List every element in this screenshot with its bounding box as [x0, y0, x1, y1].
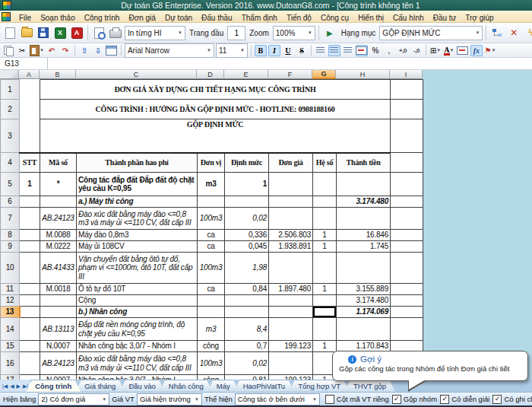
- cell-I6[interactable]: [391, 196, 423, 208]
- merge-center-button[interactable]: [356, 45, 368, 56]
- cell-D7[interactable]: 100m3: [198, 208, 225, 230]
- borders-button[interactable]: ⊞▼: [429, 45, 442, 56]
- cell-H14[interactable]: [337, 318, 391, 341]
- merged-cell[interactable]: CÔNG TRÌNH : HƯỚNG DẪN GỘP ĐỊNH MỨC - HO…: [40, 100, 391, 119]
- cell-E6[interactable]: [225, 196, 269, 208]
- cell-F5[interactable]: [269, 173, 313, 196]
- sheet-tab[interactable]: HaoPhiVatTu: [234, 380, 294, 392]
- column-header-A[interactable]: A: [19, 70, 40, 79]
- cell-I13[interactable]: [391, 307, 423, 318]
- font-name-select[interactable]: Arial Narrow ▼: [125, 43, 214, 58]
- cell-F7[interactable]: [269, 208, 313, 230]
- cell-E17[interactable]: 0,81: [225, 375, 269, 380]
- cell[interactable]: [20, 80, 40, 100]
- cell-C9[interactable]: Máy ủi 108CV: [77, 241, 198, 253]
- cell-E13[interactable]: [225, 307, 269, 318]
- tree-view-button[interactable]: [489, 25, 505, 40]
- option-checkbox[interactable]: ✓Có diễn giải: [440, 395, 489, 404]
- cell-C17[interactable]: Nhân công bậc 3,0/7 - Nhóm I: [77, 375, 198, 380]
- cell-B15[interactable]: N.0007: [40, 341, 77, 352]
- row-header-17[interactable]: 17: [1, 375, 20, 380]
- cell[interactable]: [20, 100, 40, 119]
- row-header-10[interactable]: 10: [1, 253, 20, 284]
- cell-F13[interactable]: [269, 307, 313, 318]
- cell-B4[interactable]: Mã số: [40, 153, 77, 173]
- redo-button[interactable]: ↷: [59, 45, 71, 56]
- quick-calc-button[interactable]: ϟ: [523, 25, 532, 40]
- export-pdf-button[interactable]: A: [69, 25, 84, 40]
- cell-A9[interactable]: [20, 241, 40, 253]
- cell-D4[interactable]: Đơn vị: [198, 153, 225, 173]
- cell-B10[interactable]: AB.41433: [40, 253, 77, 284]
- cell-D10[interactable]: 100m3: [198, 253, 225, 284]
- cell-D17[interactable]: công: [198, 375, 225, 380]
- page-input[interactable]: 1: [227, 26, 245, 40]
- bold-button[interactable]: B: [255, 45, 267, 56]
- cell-I14[interactable]: [391, 318, 423, 341]
- cell-G8[interactable]: 1: [313, 230, 337, 241]
- cell-C12[interactable]: Cộng: [77, 295, 198, 307]
- cell-B9[interactable]: M.0222: [40, 241, 77, 253]
- merged-cell[interactable]: GỘP ĐỊNH MỨC: [40, 119, 391, 153]
- merged-cell[interactable]: ĐƠN GIÁ XÂY DỰNG CHI TIẾT HẠNG MỤC CÔNG …: [40, 80, 391, 100]
- cell-I8[interactable]: [391, 230, 423, 241]
- menu-item[interactable]: Thẩm định: [237, 14, 282, 22]
- row-header-7[interactable]: 7: [1, 208, 20, 230]
- cell-F17[interactable]: 199.123: [269, 375, 313, 380]
- cell-G13[interactable]: [313, 307, 337, 318]
- cell-C10[interactable]: Vận chuyển đất bằng ôtô tự đổ, phạm vi <…: [77, 253, 198, 284]
- cell-C4[interactable]: Thành phần hao phí: [77, 153, 198, 173]
- column-header-H[interactable]: H: [336, 70, 390, 79]
- cell-D5[interactable]: m3: [198, 173, 225, 196]
- material-price-select[interactable]: Giá hiện trường ▼: [137, 393, 202, 405]
- cell-H5[interactable]: [337, 173, 391, 196]
- cell-G11[interactable]: 1: [313, 284, 337, 295]
- last-sheet-button[interactable]: ▶|: [23, 383, 28, 389]
- cell-I9[interactable]: [391, 241, 423, 253]
- menu-item[interactable]: Dự toán: [160, 14, 197, 22]
- cell-F4[interactable]: Đơn giá: [269, 153, 313, 173]
- increase-decimal-button[interactable]: +,0: [397, 45, 409, 56]
- menu-item[interactable]: Đơn giá: [124, 14, 160, 22]
- formula-input[interactable]: [48, 58, 532, 69]
- percent-button[interactable]: %: [369, 45, 382, 56]
- cell-H7[interactable]: [337, 208, 391, 230]
- cell-G5[interactable]: [313, 173, 337, 196]
- cell-B14[interactable]: AB.13113: [40, 318, 77, 341]
- undo-button[interactable]: ↶: [46, 45, 58, 56]
- cell-I5[interactable]: [391, 173, 423, 196]
- cell-D6[interactable]: [198, 196, 225, 208]
- sheet-tab[interactable]: THVT gộp: [344, 380, 395, 392]
- row-header-2[interactable]: 2: [1, 100, 20, 119]
- cell-A6[interactable]: [20, 196, 40, 208]
- cell-I4[interactable]: [391, 153, 423, 173]
- align-right-button[interactable]: [342, 45, 354, 56]
- cell-H9[interactable]: 1.745: [337, 241, 391, 253]
- strikethrough-button[interactable]: S: [296, 45, 308, 56]
- cell-F6[interactable]: [269, 196, 313, 208]
- cell-E14[interactable]: 8,4: [225, 318, 269, 341]
- export-excel-button[interactable]: X: [52, 25, 68, 40]
- cell-I3[interactable]: [391, 119, 423, 153]
- cell-H6[interactable]: 3.174.480: [337, 196, 391, 208]
- cell-A8[interactable]: [20, 230, 40, 241]
- cell-G12[interactable]: [313, 295, 337, 307]
- sheet-tab[interactable]: Giá tháng: [75, 380, 125, 392]
- cell-G6[interactable]: [313, 196, 337, 208]
- cell-D12[interactable]: [198, 295, 225, 307]
- select-all-corner[interactable]: [0, 70, 19, 79]
- cell-E7[interactable]: 0,02: [225, 208, 269, 230]
- menu-item[interactable]: Cấu hình: [388, 14, 429, 22]
- cell-H11[interactable]: 3.155.889: [337, 284, 391, 295]
- cell-I10[interactable]: [391, 253, 423, 284]
- column-header-E[interactable]: E: [224, 70, 268, 79]
- font-color-button[interactable]: A▼: [443, 45, 455, 56]
- cell-F9[interactable]: 1.938.891: [269, 241, 313, 253]
- cell-G14[interactable]: [313, 318, 337, 341]
- sheet-tab[interactable]: Đầu vào: [119, 380, 164, 392]
- cell-D11[interactable]: ca: [198, 284, 225, 295]
- cell-E11[interactable]: 0,84: [225, 284, 269, 295]
- insert-window-button[interactable]: [106, 45, 118, 56]
- cell-A11[interactable]: [20, 284, 40, 295]
- cell-C5[interactable]: Công tác đắp đất Đắp đất độ chặt yêu cầu…: [77, 173, 198, 196]
